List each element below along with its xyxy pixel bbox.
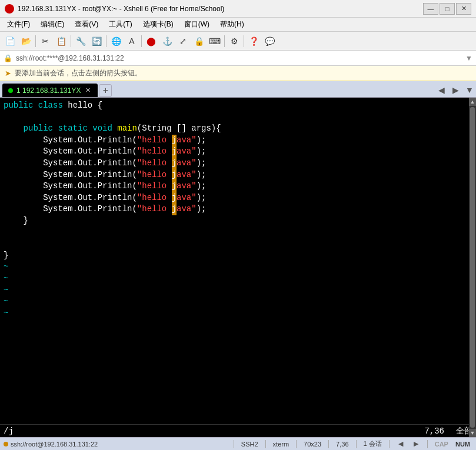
active-tab[interactable]: 1 192.168.31.131YX ✕ — [2, 84, 98, 97]
toolbar-font[interactable]: A — [124, 34, 139, 48]
println-end: ); — [197, 146, 207, 158]
tab-close-button[interactable]: ✕ — [84, 86, 92, 94]
println-line-6: System.Out.Println("hello java"); — [4, 192, 468, 204]
tab-nav-right[interactable]: ▶ — [449, 84, 462, 96]
toolbar-refresh[interactable]: 🔄 — [89, 34, 104, 48]
main-container: 192.168.31.131YX - root@YX:~ - Xshell 6 … — [0, 0, 476, 450]
status-sep-5 — [356, 440, 357, 448]
scroll-up-arrow[interactable]: ▲ — [469, 98, 476, 106]
tab-nav-left[interactable]: ◀ — [435, 84, 448, 96]
menu-tools[interactable]: 工具(T) — [104, 18, 137, 31]
menu-window[interactable]: 窗口(W) — [179, 18, 214, 31]
status-protocol: SSH2 — [239, 441, 261, 448]
terminal-scrollbar[interactable]: ▲ ▼ — [469, 98, 476, 437]
toolbar-expand[interactable]: ⤢ — [175, 34, 191, 48]
terminal[interactable]: public class hello { public static void … — [0, 98, 476, 424]
toolbar-red-circle[interactable]: ⬤ — [144, 34, 159, 48]
tilde-5: ~ — [4, 308, 468, 319]
tabs-bar: 1 192.168.31.131YX ✕ + ◀ ▶ ▼ — [0, 81, 476, 98]
status-sep-2 — [265, 440, 266, 448]
menu-tabs[interactable]: 选项卡(B) — [138, 18, 178, 31]
code-args: (String [] args){ — [137, 123, 221, 135]
kw-class: class — [38, 100, 68, 112]
address-dropdown-arrow[interactable]: ▼ — [465, 54, 472, 62]
toolbar-globe[interactable]: 🌐 — [108, 34, 124, 48]
toolbar-cut[interactable]: ✂ — [38, 34, 53, 48]
menu-help[interactable]: 帮助(H) — [215, 18, 249, 31]
status-nav-right[interactable]: ▶ — [410, 438, 422, 451]
hint-icon: ➤ — [5, 69, 11, 78]
println-prefix: System.Out.Println( — [4, 135, 137, 146]
terminal-wrapper: public class hello { public static void … — [0, 98, 476, 437]
toolbar-anchor[interactable]: ⚓ — [159, 34, 175, 48]
toolbar-lock[interactable]: 🔒 — [191, 34, 207, 48]
vim-position: 7,36 — [424, 426, 444, 436]
status-dot — [4, 442, 8, 446]
str-ava: ava" — [177, 192, 197, 204]
menu-edit[interactable]: 编辑(E) — [36, 18, 69, 31]
tilde-4: ~ — [4, 296, 468, 308]
status-connection: ssh://root@192.168.31.131:22 — [4, 441, 229, 448]
toolbar-sep-1 — [35, 35, 36, 47]
code-text: hello { — [68, 100, 102, 112]
tab-nav-menu[interactable]: ▼ — [463, 84, 476, 96]
println-end: ); — [197, 135, 207, 146]
str-ava: ava" — [177, 158, 197, 169]
str-hello: "hello — [137, 146, 172, 158]
toolbar-open[interactable]: 📂 — [18, 34, 34, 48]
close-button[interactable]: ✕ — [456, 3, 471, 15]
status-sep-6 — [389, 440, 390, 448]
highlight-j-6: j — [172, 192, 177, 204]
str-ava: ava" — [177, 204, 197, 215]
println-line-1: System.Out.Println("hello java"); — [4, 135, 468, 146]
menu-view[interactable]: 查看(V) — [70, 18, 103, 31]
hint-text: 要添加当前会话，点击左侧的箭头按钮。 — [15, 68, 142, 78]
toolbar-gear[interactable]: ⚙ — [227, 34, 242, 48]
tab-label: 1 192.168.31.131YX — [16, 86, 81, 95]
str-hello: "hello — [137, 169, 172, 181]
scroll-down-arrow[interactable]: ▼ — [469, 429, 476, 437]
toolbar-properties[interactable]: 🔧 — [73, 34, 88, 48]
println-end: ); — [197, 181, 207, 192]
toolbar-copy[interactable]: 📋 — [54, 34, 69, 48]
str-ava: ava" — [177, 181, 197, 192]
toolbar-sep-3 — [106, 35, 106, 47]
empty-line-2 — [4, 227, 468, 239]
println-prefix: System.Out.Println( — [4, 158, 137, 169]
toolbar-more[interactable]: 💬 — [262, 34, 277, 48]
code-line-3: public static void main(String [] args){ — [4, 123, 468, 135]
toolbar-sep-4 — [141, 35, 142, 47]
toolbar-keyboard[interactable]: ⌨ — [207, 34, 222, 48]
address-bar: 🔒 ssh://root:****@192.168.31.131:22 ▼ — [0, 51, 476, 66]
app-icon — [5, 4, 14, 14]
println-prefix: System.Out.Println( — [4, 146, 137, 158]
str-hello: "hello — [137, 158, 172, 169]
println-prefix: System.Out.Println( — [4, 204, 137, 215]
toolbar-help[interactable]: ❓ — [246, 34, 261, 48]
minimize-button[interactable]: — — [423, 3, 438, 15]
toolbar: 📄 📂 ✂ 📋 🔧 🔄 🌐 A ⬤ ⚓ ⤢ 🔒 ⌨ ⚙ ❓ 💬 — [0, 32, 476, 51]
new-tab-button[interactable]: + — [99, 84, 112, 97]
scroll-thumb[interactable] — [470, 107, 475, 428]
println-prefix: System.Out.Println( — [4, 192, 137, 204]
str-hello: "hello — [137, 181, 172, 192]
lock-icon: 🔒 — [4, 54, 12, 62]
tilde-2: ~ — [4, 273, 468, 285]
status-conn-text: ssh://root@192.168.31.131:22 — [11, 441, 98, 448]
window-title: 192.168.31.131YX - root@YX:~ - Xshell 6 … — [18, 5, 423, 13]
status-sep-1 — [234, 440, 234, 448]
close-inner-brace: } — [4, 215, 468, 227]
status-cap: CAP — [432, 441, 451, 448]
status-sep-4 — [328, 440, 329, 448]
menu-file[interactable]: 文件(F) — [2, 18, 35, 31]
maximize-button[interactable]: □ — [440, 3, 455, 15]
println-prefix: System.Out.Println( — [4, 181, 137, 192]
vim-search-text: /j — [4, 426, 424, 436]
status-nav-left[interactable]: ◀ — [394, 438, 407, 451]
highlight-j-5: j — [172, 181, 177, 192]
address-text: ssh://root:****@192.168.31.131:22 — [16, 54, 462, 62]
status-bar: ssh://root@192.168.31.131:22 SSH2 xterm … — [0, 437, 476, 450]
println-end: ); — [197, 169, 207, 181]
toolbar-new[interactable]: 📄 — [2, 34, 18, 48]
toolbar-sep-2 — [71, 35, 71, 47]
